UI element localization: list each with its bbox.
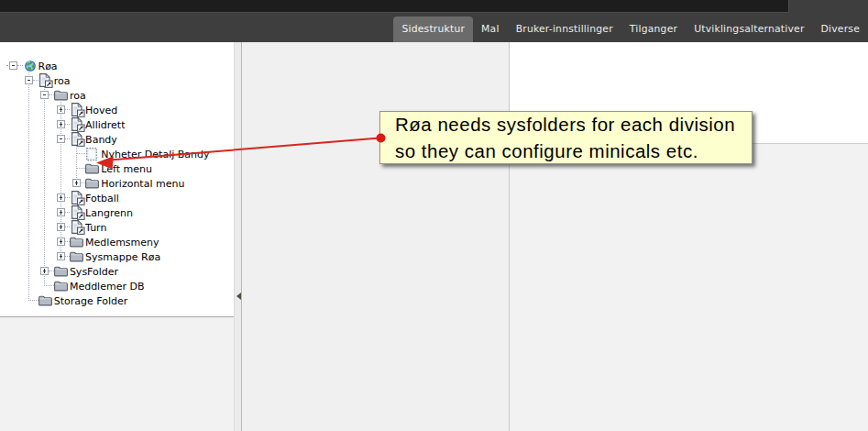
tree-node-left-menu[interactable]: Left menu <box>0 161 234 176</box>
tree-node-sysmappe-r-a[interactable]: Sysmappe Røa <box>0 249 234 264</box>
tree-node-label[interactable]: Horizontal menu <box>101 177 184 189</box>
expand-icon[interactable] <box>57 223 65 231</box>
tree-node-label[interactable]: roa <box>70 89 86 101</box>
page-icon <box>71 205 85 220</box>
panel-splitter[interactable] <box>234 42 242 431</box>
collapse-icon[interactable] <box>40 91 49 99</box>
page-icon <box>71 220 85 235</box>
tree-node-allidrett[interactable]: Allidrett <box>0 117 234 132</box>
annotation-note: Røa needs sysfolders for each division s… <box>379 111 753 164</box>
globe-icon <box>25 61 36 72</box>
tree-node-nyheter-detalj-bandy[interactable]: Nyheter Detalj Bandy <box>0 147 234 161</box>
expand-icon[interactable] <box>57 238 65 246</box>
expand-icon[interactable] <box>57 208 65 216</box>
tree-node-label[interactable]: Hoved <box>85 104 117 116</box>
tree-node-r-a[interactable]: Røa <box>0 59 234 73</box>
tree-node-label[interactable]: Storage Folder <box>54 294 128 306</box>
folder-icon <box>70 237 83 248</box>
tree-connector <box>76 168 86 169</box>
tree-node-label[interactable]: Turn <box>85 221 106 233</box>
top-bar: SidestrukturMalBruker-innstillingerTilga… <box>0 0 868 42</box>
expand-icon[interactable] <box>57 193 65 202</box>
tree-node-label[interactable]: SysFolder <box>70 265 118 277</box>
tree-connector <box>64 212 70 213</box>
tree-node-label[interactable]: Left menu <box>101 162 152 174</box>
annotation-text-line1: Røa needs sysfolders for each division <box>395 111 752 138</box>
tree-node-label[interactable]: Meddlemer DB <box>70 280 145 292</box>
tab-sidestruktur[interactable]: Sidestruktur <box>393 17 473 42</box>
collapse-icon[interactable] <box>57 135 65 143</box>
tree-node-fotball[interactable]: Fotball <box>0 191 234 205</box>
tree-node-medlemsmeny[interactable]: Medlemsmeny <box>0 235 234 249</box>
cms-admin-window: SidestrukturMalBruker-innstillingerTilga… <box>0 0 868 431</box>
tree-connector <box>64 138 70 139</box>
tree-node-hoved[interactable]: Hoved <box>0 103 234 117</box>
tree-connector <box>64 124 70 125</box>
tree-node-horizontal-menu[interactable]: Horizontal menu <box>0 176 234 191</box>
tree-node-label[interactable]: Røa <box>38 60 58 72</box>
folder-icon <box>70 251 83 262</box>
tree-node-label[interactable]: Langrenn <box>85 206 133 218</box>
folder-icon <box>54 281 68 292</box>
page-icon <box>71 132 85 147</box>
page-icon <box>71 191 85 205</box>
tree-connector <box>76 153 86 154</box>
tree-connector <box>64 109 70 110</box>
ghost-icon <box>86 148 97 161</box>
title-strip <box>0 0 789 13</box>
tree-node-label[interactable]: Sysmappe Røa <box>85 250 160 262</box>
collapse-panel-icon[interactable] <box>236 293 241 300</box>
tree-connector <box>28 300 38 301</box>
tree-node-bandy[interactable]: Bandy <box>0 132 234 147</box>
page-icon <box>71 117 85 132</box>
tree-node-storage-folder[interactable]: Storage Folder <box>0 293 234 308</box>
tree-node-roa[interactable]: roa <box>0 88 234 103</box>
tree-node-label[interactable]: Bandy <box>85 133 117 145</box>
collapse-icon[interactable] <box>25 76 33 84</box>
tree-connector <box>64 227 70 227</box>
tree-node-label[interactable]: Nyheter Detalj Bandy <box>101 148 209 160</box>
tree-connector <box>44 285 54 286</box>
tree-connector <box>64 197 70 198</box>
tree-node-turn[interactable]: Turn <box>0 220 234 235</box>
expand-icon[interactable] <box>57 105 65 114</box>
collapse-icon[interactable] <box>9 61 17 70</box>
preview-panel-lower <box>510 144 868 431</box>
tree-node-sysfolder[interactable]: SysFolder <box>0 264 234 279</box>
annotation-text-line2: so they can configure minicals etc. <box>395 138 752 164</box>
main-menu-tabs: SidestrukturMalBruker-innstillingerTilga… <box>393 17 868 42</box>
tree-node-meddlemer-db[interactable]: Meddlemer DB <box>0 279 234 293</box>
expand-icon[interactable] <box>57 252 65 260</box>
tab-mal[interactable]: Mal <box>473 17 508 42</box>
page-icon <box>39 73 53 88</box>
tree-node-langrenn[interactable]: Langrenn <box>0 205 234 220</box>
page-icon <box>71 103 85 117</box>
folder-icon <box>85 163 99 174</box>
tab-diverse[interactable]: Diverse <box>813 17 868 42</box>
site-structure-tree: RøaroaroaHovedAllidrettBandyNyheter Deta… <box>0 42 234 317</box>
tree-connector <box>33 80 38 81</box>
expand-icon[interactable] <box>72 179 81 187</box>
tree-connector <box>17 65 23 66</box>
tree-node-label[interactable]: Medlemsmeny <box>85 236 159 248</box>
tree-node-label[interactable]: Fotball <box>85 192 119 204</box>
tab-utviklingsalternativer[interactable]: Utviklingsalternativer <box>686 17 812 42</box>
tab-bruker-innstillinger[interactable]: Bruker-innstillinger <box>508 17 621 42</box>
folder-icon <box>85 178 99 189</box>
folder-icon <box>38 295 52 306</box>
tree-node-label[interactable]: Allidrett <box>85 118 125 130</box>
tree-node-roa[interactable]: roa <box>0 73 234 88</box>
folder-icon <box>54 266 68 277</box>
tab-tilganger[interactable]: Tilganger <box>621 17 686 42</box>
content-panel <box>242 42 510 431</box>
expand-icon[interactable] <box>40 267 49 275</box>
expand-icon[interactable] <box>57 120 65 128</box>
tree-node-label[interactable]: roa <box>54 74 71 86</box>
folder-icon <box>54 90 68 101</box>
